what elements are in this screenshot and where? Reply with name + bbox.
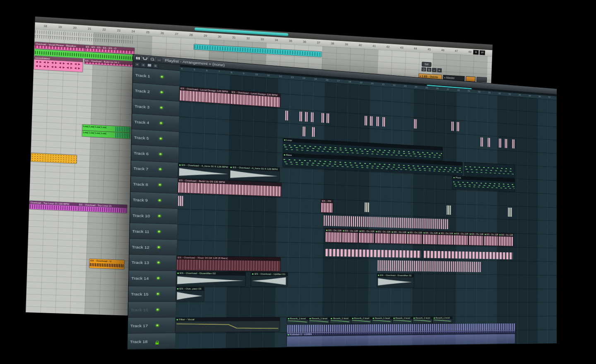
track-led[interactable] [158, 230, 161, 232]
clip-spike[interactable] [364, 115, 368, 126]
clip-spike[interactable] [311, 127, 315, 138]
clip-spike[interactable] [498, 138, 501, 148]
clip-riser[interactable]: ES - Overload - Riser 04 D# 128 [8 Bars] [176, 256, 280, 271]
clip-wavepink[interactable]: ES - Overload - Level Design 126 BPM [231, 90, 280, 107]
clip-repeat[interactable]: ES - Ov..128 BPM [391, 230, 406, 244]
clip-smallwave[interactable]: ES - PR [321, 199, 333, 213]
clip-spikelight[interactable] [507, 207, 512, 218]
track-led[interactable] [156, 309, 159, 311]
clip-densewave[interactable] [323, 215, 449, 230]
pattern-color-swatch[interactable] [466, 76, 476, 82]
track-header[interactable]: Track 9 [130, 192, 178, 209]
track-header[interactable]: Track 8 [130, 176, 178, 194]
clip-spike[interactable] [456, 122, 459, 132]
clip-spike[interactable] [178, 195, 184, 207]
clip-midi[interactable]: Pluck [453, 176, 514, 191]
clip-spikelight[interactable] [446, 205, 452, 215]
track-led[interactable] [156, 324, 159, 326]
track-header[interactable]: Track 6 [131, 145, 179, 163]
clip-greenline[interactable]: ES - Overload - Downlifter 02 [377, 273, 413, 287]
track-led[interactable] [158, 246, 160, 248]
clip-greenline[interactable]: ES - Overload - A_here 01 6 126 BPM [178, 163, 230, 179]
track-header[interactable]: Track 16 [128, 302, 176, 318]
clip-reverb[interactable]: Reverb_1 level [287, 317, 308, 323]
clip-reverb[interactable]: Reverb_1 level [433, 317, 452, 323]
lock-icon[interactable] [155, 342, 159, 345]
track-header[interactable]: Track 12 [130, 239, 177, 255]
clip-toploop[interactable]: ES - Overload - Top Loop 21 [78, 203, 127, 213]
clip-repeat[interactable]: ES - Ov..128 BPM [375, 230, 391, 244]
options-icon[interactable]: ≡ [437, 68, 442, 72]
clip-spike[interactable] [285, 110, 289, 121]
clip-greenline[interactable]: ES - Overload - Uplifter 01 [251, 272, 288, 286]
clip-greenline[interactable]: ES - Ove..pact 03 [176, 287, 204, 301]
track-led[interactable] [161, 76, 163, 78]
piano-icon[interactable] [135, 55, 141, 60]
move-tool-button[interactable]: + [135, 62, 140, 67]
clip-spike[interactable] [326, 113, 330, 124]
snap-icon[interactable]: ▪ [432, 68, 437, 72]
track-led[interactable] [160, 137, 162, 139]
clip-scallop[interactable] [325, 249, 422, 258]
clip-repeat[interactable]: ES - Ov..128 BPM [484, 233, 498, 246]
delete-tool-button[interactable]: × [141, 62, 146, 67]
clip-wavepink[interactable]: ES - Overload - Build Up 09 130 BPM [178, 179, 281, 196]
tool-swatch[interactable] [476, 77, 487, 83]
clip-spike[interactable] [451, 121, 454, 132]
clip-repeat[interactable]: ES - Ov..128 BPM [423, 231, 438, 244]
clip-spikelight[interactable] [364, 202, 370, 213]
set-button[interactable]: Set [422, 62, 432, 67]
clip-repeat[interactable]: ES - Ov..128 BPM [438, 232, 453, 245]
track-header[interactable]: Track 5 [132, 129, 179, 148]
clip-yellowdots[interactable] [31, 153, 77, 163]
o-button[interactable]: O [421, 67, 426, 72]
track-header[interactable]: Track 14 [129, 271, 176, 287]
magnet-icon[interactable] [142, 56, 148, 61]
clip-cyan[interactable] [194, 44, 321, 57]
clip-repeat[interactable]: ES - Ov..128 BPM [499, 233, 513, 247]
track-header[interactable]: Track 15 [128, 286, 176, 302]
clip-reverb[interactable]: Reverb_1 level [392, 317, 412, 323]
clip-repeat[interactable]: ES - Ov..128 BPM [454, 232, 469, 245]
track-header[interactable]: Track 10 [130, 208, 178, 225]
track-header[interactable]: Track 11 [130, 223, 177, 239]
clip-reverb[interactable]: Reverb_1 level [330, 317, 351, 323]
grid-snap-button[interactable] [147, 63, 152, 68]
clip-scallop[interactable] [423, 251, 513, 260]
track-led[interactable] [160, 122, 162, 124]
track-led[interactable] [159, 199, 161, 201]
clip-consolidated[interactable]: consolidated◄►◄►◄►◄►◄►◄►◄►◄► ◄►◄►◄►◄►◄►◄… [34, 56, 83, 72]
track-led[interactable] [157, 277, 159, 279]
clip-spike[interactable] [305, 111, 308, 122]
clip-greenline[interactable]: ES - Overload - Downlifter 02 [176, 271, 245, 286]
zoom-icon[interactable] [149, 57, 155, 62]
playlist-grid[interactable]: ES - Overload - Level Design 126 BPMES -… [175, 71, 557, 349]
clip-repeat[interactable]: ES - Ov..128 BPM [325, 229, 341, 243]
track-led[interactable] [159, 168, 161, 170]
clip-automation[interactable]: Filter - Vocal [175, 318, 280, 333]
clip-toploop[interactable]: Overload - Top Loop 21 130 BPM [29, 201, 78, 211]
clip-greenline[interactable]: ES - Overload - A_here 01 6 126 BPM [229, 165, 279, 182]
clip-repeat[interactable]: ES - Ov..128 BPM [358, 230, 374, 243]
track-header[interactable]: Track 18 [127, 333, 175, 349]
clip-spike[interactable] [487, 137, 490, 148]
pan-arrows-icon[interactable]: ↔ [156, 57, 162, 62]
clip-reverb[interactable]: Reverb_1 level [351, 317, 371, 323]
clip-spike[interactable] [480, 137, 483, 147]
clip-spike[interactable] [321, 113, 324, 123]
menu-button[interactable]: ≡ [153, 63, 159, 68]
track-header[interactable]: Track 4 [132, 114, 179, 132]
clip-spike[interactable] [505, 138, 507, 148]
clip-spike[interactable] [299, 111, 303, 122]
track-header[interactable]: Track 7 [131, 160, 178, 178]
clip-wavepink[interactable]: ES - Overload - Level Design 126 BPM [180, 86, 231, 104]
clip-orange[interactable]: ES - Overload - U [89, 259, 125, 269]
track-led[interactable] [160, 107, 163, 109]
clip-reverb[interactable]: Reverb_1 level [372, 317, 392, 323]
clip-spike[interactable] [413, 119, 417, 129]
track-header[interactable]: Track 17 [128, 318, 176, 334]
clip-spike[interactable] [382, 117, 385, 127]
clip-spike[interactable] [310, 112, 314, 123]
clip-repeat[interactable]: ES - Ov..128 BPM [469, 232, 483, 246]
clip-spike[interactable] [376, 116, 379, 127]
